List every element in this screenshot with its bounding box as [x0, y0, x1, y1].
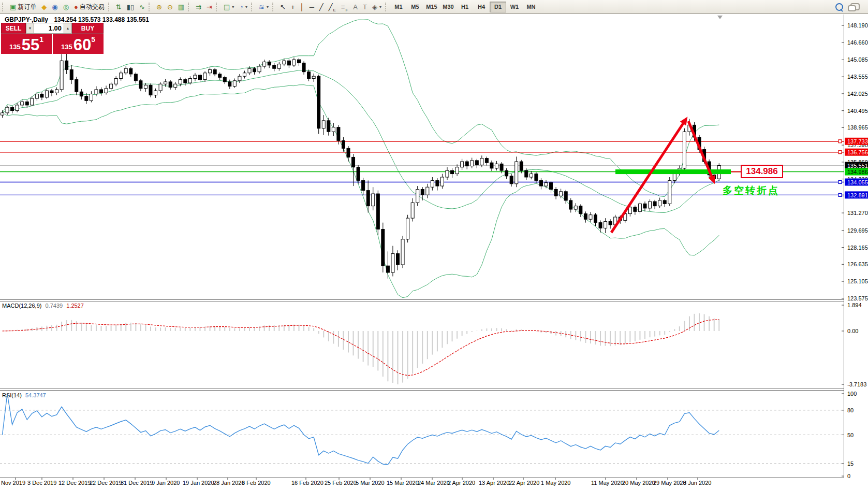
rsi-indicator-label: RSI(14) 54.3747	[2, 392, 46, 398]
candle-body	[273, 65, 276, 68]
indicators-icon[interactable]: ≋▾	[256, 1, 271, 13]
sell-price-display[interactable]: 135 55 1	[1, 34, 52, 54]
chart-end-marker[interactable]	[717, 16, 723, 19]
zoom-out-icon[interactable]: ⊖	[165, 1, 175, 13]
candle-body	[529, 174, 533, 177]
fibonacci-icon[interactable]: ≡F	[339, 1, 350, 13]
signals-icon[interactable]: ◎	[61, 1, 71, 13]
cursor-icon[interactable]: ↖	[277, 1, 288, 13]
support-zone-bar[interactable]	[615, 169, 731, 174]
line-chart-icon[interactable]: ∿	[137, 1, 148, 13]
candle-body	[292, 60, 296, 65]
level-endpoint-marker[interactable]	[838, 180, 842, 183]
price-axis-label: 128.165	[847, 244, 868, 251]
dropdown-caret-icon[interactable]: ▾	[232, 5, 234, 9]
volume-increase-button[interactable]: ▲	[64, 23, 72, 34]
indicators-icon: ≋	[259, 4, 264, 10]
buy-button[interactable]: BUY	[72, 23, 104, 34]
new-chart-icon: ▤	[224, 4, 230, 10]
candle-body	[110, 84, 113, 89]
rsi-value: 54.3747	[25, 392, 46, 398]
crosshair-icon[interactable]: +	[288, 1, 298, 13]
volume-decrease-button[interactable]: ▼	[26, 23, 34, 34]
sell-button[interactable]: SELL	[1, 23, 26, 34]
candle-body	[298, 60, 301, 63]
candle-body	[134, 74, 137, 81]
shapes-icon[interactable]: ◈▾	[370, 1, 384, 13]
community-icon[interactable]: ◉	[49, 1, 60, 13]
channel-icon-sub: E	[333, 8, 336, 12]
trendline-icon[interactable]: ╱	[317, 1, 326, 13]
trend-arrow-line[interactable]	[611, 123, 684, 233]
candle-body	[302, 63, 305, 72]
price-axis-label: 125.105	[847, 278, 868, 284]
signals-icon: ◎	[63, 4, 69, 10]
candle-body	[233, 81, 236, 87]
highlighter-icon[interactable]: ◆	[39, 1, 49, 13]
symbol-timeframe-label: GBPJPY-,Daily	[5, 16, 48, 23]
macd-axis-label: 1.894	[847, 302, 862, 308]
macd-signal-value: 1.2527	[66, 303, 84, 309]
date-axis-label: 11 May 2020	[591, 480, 624, 486]
timeframe-button-h1[interactable]: H1	[457, 2, 473, 12]
candle-body	[461, 162, 464, 167]
autotrade-button[interactable]: ●自动交易	[71, 1, 107, 13]
candle-body	[347, 148, 350, 157]
auto-scroll-icon[interactable]: ⇉	[193, 1, 204, 13]
timeframe-button-m30[interactable]: M30	[440, 2, 457, 12]
chart-canvas: 148.190146.660145.085143.555142.025140.4…	[0, 15, 868, 489]
text-label-icon: T	[363, 4, 367, 10]
horizontal-line-icon[interactable]: ─	[307, 1, 317, 13]
candle-body	[174, 84, 177, 87]
turning-point-annotation[interactable]: 多空转折点	[723, 184, 779, 197]
candlestick-chart-icon[interactable]: ▮▯	[124, 1, 137, 13]
text-label-icon[interactable]: T	[360, 1, 370, 13]
level-endpoint-marker[interactable]	[838, 193, 842, 196]
price-axis-label: 140.495	[847, 108, 868, 114]
timeframe-button-mn[interactable]: MN	[523, 2, 539, 12]
toolbar-grip	[188, 3, 191, 11]
dropdown-caret-icon[interactable]: ▾	[379, 5, 381, 9]
text-icon[interactable]: A	[350, 1, 360, 13]
timeframe-button-m15[interactable]: M15	[423, 2, 440, 12]
level-endpoint-marker[interactable]	[838, 140, 842, 143]
candle-body	[105, 89, 108, 93]
chat-icon[interactable]	[850, 3, 860, 10]
candle-body	[65, 61, 68, 69]
candle-body	[248, 68, 251, 73]
level-endpoint-marker[interactable]	[838, 151, 842, 154]
price-axis-label: 138.965	[847, 124, 868, 131]
candle-body	[184, 80, 187, 83]
zoom-in-icon[interactable]: ⊕	[154, 1, 165, 13]
buy-price-display[interactable]: 135 60 5	[53, 34, 104, 54]
date-axis-label: 8 Jun 2020	[683, 480, 711, 486]
candle-body	[16, 105, 19, 111]
vertical-line-icon[interactable]: │	[298, 1, 307, 13]
channel-icon[interactable]: ╱E	[326, 1, 339, 13]
profiles-icon[interactable]: ◔▾	[237, 1, 250, 13]
volume-input[interactable]: 1.00	[34, 23, 64, 34]
timeframe-button-m5[interactable]: M5	[407, 2, 423, 12]
candle-body	[520, 162, 523, 170]
candle-body	[505, 170, 508, 176]
search-icon[interactable]	[835, 3, 843, 11]
tile-windows-icon[interactable]: ▦	[175, 1, 187, 13]
timeframe-button-w1[interactable]: W1	[506, 2, 523, 12]
new-order-button[interactable]: ▣新订单	[7, 1, 39, 13]
chart-shift-icon[interactable]: ⇥	[204, 1, 215, 13]
price-callout-label[interactable]: 134.986	[741, 165, 783, 178]
trend-arrow-line[interactable]	[688, 121, 712, 177]
rsi-axis-label: 100	[847, 391, 857, 397]
dropdown-caret-icon[interactable]: ▾	[245, 5, 247, 9]
candle-body	[396, 254, 400, 265]
timeframe-button-m1[interactable]: M1	[390, 2, 407, 12]
price-axis-label: 143.555	[847, 74, 868, 80]
candle-body	[332, 127, 335, 132]
timeframe-button-h4[interactable]: H4	[473, 2, 490, 12]
new-chart-icon[interactable]: ▤▾	[221, 1, 237, 13]
candle-body	[628, 207, 631, 214]
timeframe-button-d1[interactable]: D1	[490, 2, 506, 12]
bar-chart-icon[interactable]: ⇅	[113, 1, 124, 13]
date-axis-label: 9 Jan 2020	[152, 480, 180, 486]
dropdown-caret-icon[interactable]: ▾	[267, 5, 269, 9]
